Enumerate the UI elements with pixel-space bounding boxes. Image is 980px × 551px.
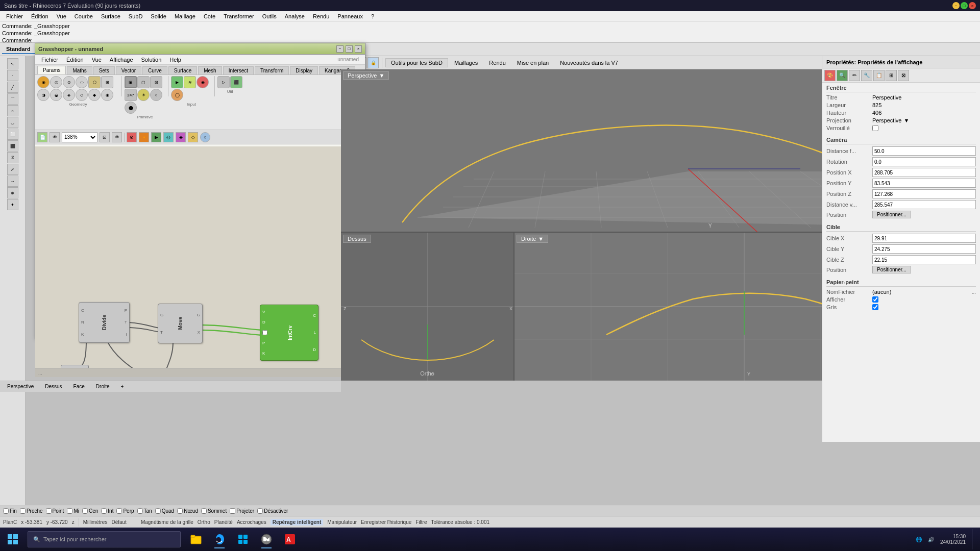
menu-subd[interactable]: SubD (125, 12, 147, 20)
comp-geo9[interactable]: ◈ (63, 89, 75, 101)
gh-zoom-select[interactable]: 138% 100% 75% (62, 132, 97, 142)
menu-maillage[interactable]: Maillage (170, 12, 200, 20)
status-planarite[interactable]: Planéité (214, 519, 233, 525)
menu-fichier[interactable]: Fichier (2, 12, 27, 20)
sb-surface[interactable]: ⬜ (7, 129, 18, 140)
props-posz-input[interactable] (872, 189, 976, 198)
props-verrouille-checkbox[interactable] (872, 125, 878, 131)
gh-tab-sets[interactable]: Sets (93, 66, 115, 74)
sb-line[interactable]: ╱ (7, 82, 18, 93)
comp-geo5[interactable]: ⬡ (88, 76, 101, 88)
comp-util1[interactable]: ▷ (217, 76, 230, 88)
comp-geo6[interactable]: ⊞ (101, 76, 113, 88)
gh-menu-solution[interactable]: Solution (137, 56, 166, 64)
gh-preview-btn[interactable]: 👁 (50, 132, 60, 142)
comp-geo3[interactable]: ⊙ (63, 76, 75, 88)
taskbar-network[interactable]: 🌐 (916, 537, 922, 542)
props-icon3[interactable]: ✏ (849, 70, 860, 81)
sb-point[interactable]: · (7, 70, 18, 81)
comp-geo11[interactable]: ◆ (88, 89, 101, 101)
menu-solide[interactable]: Solide (146, 12, 170, 20)
sb-mesh[interactable]: ⧖ (7, 152, 18, 163)
snap-projeter-cb[interactable] (230, 508, 235, 514)
comp-geo12[interactable]: ◉ (101, 89, 113, 101)
vp-tb-btn3[interactable]: 🔒 (368, 57, 379, 68)
props-icon1[interactable]: 🎨 (824, 70, 836, 81)
taskbar-volume[interactable]: 🔊 (928, 537, 934, 542)
snap-perp-cb[interactable] (116, 508, 122, 514)
gh-tab-vector[interactable]: Vector (116, 66, 141, 74)
taskbar-app-edge[interactable] (208, 529, 231, 549)
gh-tab-transform[interactable]: Transform (255, 66, 289, 74)
props-icon7[interactable]: ⊠ (898, 70, 909, 81)
comp-util2[interactable]: ⬛ (230, 76, 242, 88)
props-icon5[interactable]: 📋 (873, 70, 885, 81)
props-distf-input[interactable] (872, 146, 976, 156)
menu-surface[interactable]: Surface (97, 12, 125, 20)
gh-fit-btn[interactable]: ⊡ (100, 132, 110, 142)
comp-prim6[interactable]: ○ (150, 89, 162, 101)
menu-cote[interactable]: Cote (200, 12, 219, 20)
gh-node-move[interactable]: GT Move GX (158, 304, 203, 343)
comp-geo2[interactable]: ◎ (50, 76, 62, 88)
snap-fin-cb[interactable] (3, 508, 9, 514)
gh-close[interactable]: × (355, 45, 362, 53)
props-ciblex-input[interactable] (872, 234, 976, 243)
props-icon4[interactable]: 🔧 (861, 70, 872, 81)
props-afficher-checkbox[interactable] (872, 296, 878, 303)
vp-tool-rendu[interactable]: Rendu (484, 59, 510, 67)
comp-inp2[interactable]: ≋ (184, 76, 196, 88)
menu-rendu[interactable]: Rendu (309, 12, 333, 20)
gh-menu-help[interactable]: Help (165, 56, 185, 64)
vp-tool-miseenplan[interactable]: Mise en plan (512, 59, 554, 67)
vp-tab-add[interactable]: + (116, 383, 129, 390)
sb-dim[interactable]: ↔ (7, 176, 18, 187)
gh-menu-view[interactable]: Vue (88, 56, 106, 64)
snap-point-cb[interactable] (46, 508, 52, 514)
gh-wire-btn[interactable]: ⊗ (127, 132, 137, 142)
props-cible-pos-btn[interactable]: Positionner... (872, 266, 911, 273)
snap-tan-cb[interactable] (137, 508, 143, 514)
menu-analyse[interactable]: Analyse (281, 12, 309, 20)
dessus-label[interactable]: Dessus (343, 235, 371, 243)
snap-mi-cb[interactable] (67, 508, 72, 514)
comp-prim1[interactable]: ▣ (125, 76, 137, 88)
snap-quad-cb[interactable] (155, 508, 161, 514)
vp-tab-dessus[interactable]: Dessus (40, 383, 67, 390)
taskbar-datetime[interactable]: 15:30 24/01/2021 (940, 534, 966, 545)
gh-tab-curve[interactable]: Curve (142, 66, 167, 74)
props-icon2[interactable]: 🔍 (837, 70, 848, 81)
props-ciblez-input[interactable] (872, 255, 976, 264)
vp-tool-nouveautes[interactable]: Nouveautés dans la V7 (555, 59, 623, 67)
gh-tab-mesh[interactable]: Mesh (198, 66, 222, 74)
menu-courbe[interactable]: Courbe (70, 12, 97, 20)
props-cam-pos-btn[interactable]: Positionner... (872, 211, 911, 218)
props-posy-input[interactable] (872, 179, 976, 188)
comp-inp1[interactable]: ▶ (171, 76, 183, 88)
gh-node-intcrv[interactable]: VD PK IntCrv CLD (260, 305, 318, 361)
comp-inp3[interactable]: ◉ (197, 76, 209, 88)
snap-noeud-cb[interactable] (177, 508, 183, 514)
status-enregistrer[interactable]: Enregistrer l'historique (361, 519, 411, 525)
gh-circle-btn[interactable]: ○ (200, 132, 210, 142)
comp-geo4[interactable]: ◌ (76, 76, 88, 88)
snap-cen-cb[interactable] (82, 508, 88, 514)
droite-label[interactable]: Droite ▼ (517, 235, 548, 243)
taskbar-show-desktop[interactable] (972, 529, 975, 549)
gh-green-btn[interactable]: ▶ (151, 132, 161, 142)
intcrv-checkbox[interactable] (262, 330, 267, 335)
vp-tab-perspective[interactable]: Perspective (2, 383, 39, 390)
props-nomfichier-dots[interactable]: ... (972, 289, 976, 295)
snap-proche-cb[interactable] (20, 508, 26, 514)
gh-bake-btn[interactable]: 🔸 (139, 132, 149, 142)
close-button[interactable]: × (969, 2, 976, 9)
sb-circle[interactable]: ○ (7, 105, 18, 116)
props-icon6[interactable]: ⊞ (886, 70, 897, 81)
props-rotation-input[interactable] (872, 157, 976, 166)
gh-tab-display[interactable]: Display (290, 66, 318, 74)
comp-geo1[interactable]: ◉ (37, 76, 50, 88)
gh-canvas[interactable]: CNK Divide PTt GT Move GX VD (35, 146, 366, 377)
taskbar-app-explorer[interactable] (185, 529, 207, 549)
status-magnetisme[interactable]: Magnétisme de la grille (141, 519, 193, 525)
comp-prim3[interactable]: ⊡ (150, 76, 162, 88)
